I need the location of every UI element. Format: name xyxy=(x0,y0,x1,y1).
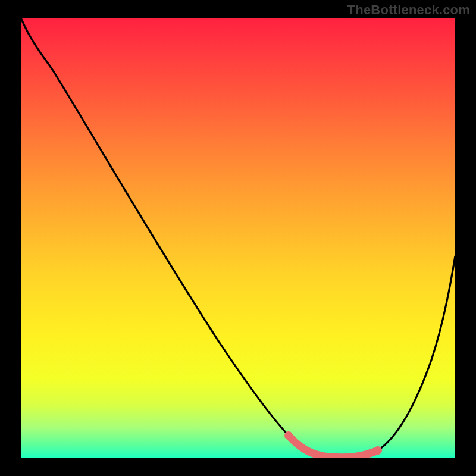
sweet-spot-highlight xyxy=(289,436,378,458)
chart-frame: TheBottleneck.com xyxy=(0,0,476,476)
bottleneck-curve xyxy=(21,18,455,458)
highlight-dot-right xyxy=(374,446,382,455)
curve-layer xyxy=(21,18,455,458)
watermark-text: TheBottleneck.com xyxy=(347,2,470,18)
plot-area xyxy=(21,18,455,458)
highlight-dot-left xyxy=(284,431,293,440)
